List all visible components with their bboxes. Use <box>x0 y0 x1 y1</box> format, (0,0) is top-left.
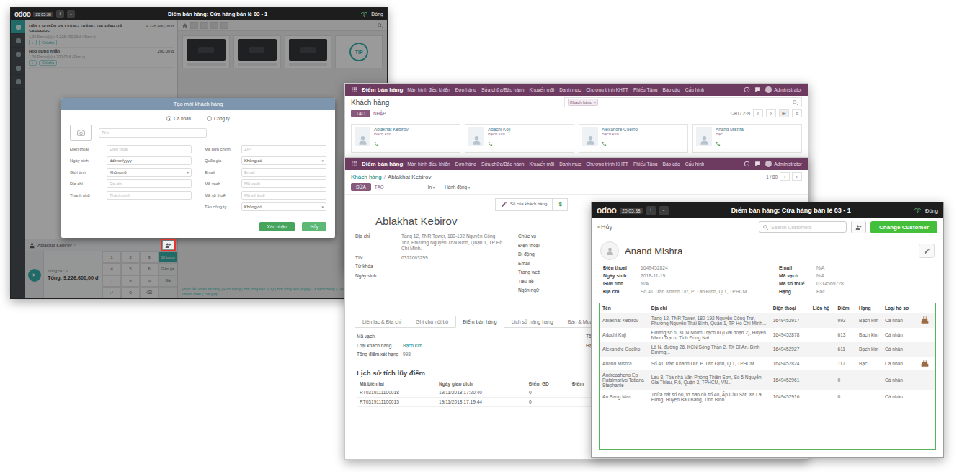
phone-icon[interactable] <box>374 137 409 150</box>
form-tab[interactable]: Ghi chú nội bộ <box>409 316 455 328</box>
field-value: 2018-11-19 <box>641 273 665 279</box>
customer-search-box[interactable] <box>759 221 847 233</box>
close-session-button[interactable]: Đóng <box>925 208 938 214</box>
wifi-icon <box>360 11 368 18</box>
form-tab[interactable]: Liên lạc & Địa chỉ <box>355 316 409 328</box>
action-menu[interactable]: Hành động ▾ <box>445 184 470 190</box>
activities-icon[interactable] <box>744 161 750 167</box>
top-menu-item[interactable]: Chương trình KHTT <box>586 161 628 166</box>
customer-search-input[interactable] <box>771 225 843 230</box>
back-button[interactable]: «Hủy <box>597 223 612 231</box>
top-menu-item[interactable]: Đơn hàng <box>455 87 476 92</box>
top-menu-item[interactable]: Báo cáo <box>663 161 680 166</box>
top-menu-item[interactable]: Đơn hàng <box>455 161 476 166</box>
customer-row[interactable]: An Sang ManThửa đất số 60, tờ bản đồ số … <box>600 390 935 404</box>
phone-icon[interactable] <box>602 137 638 150</box>
field-input[interactable] <box>241 179 326 188</box>
field-select[interactable]: Không có▾ <box>241 202 326 211</box>
cancel-button[interactable]: Hủy <box>302 222 326 231</box>
zoom-in-button[interactable]: + <box>56 10 64 18</box>
user-menu[interactable]: Administrator <box>765 161 802 167</box>
user-menu[interactable]: Administrator <box>765 86 802 93</box>
column-header: Hạng <box>856 303 882 313</box>
kanban-card[interactable]: Anand MishraBạc <box>692 124 802 153</box>
list-view-button[interactable]: ≡ <box>792 109 802 117</box>
modal-title: Tạo mới khách hàng <box>61 98 335 110</box>
field-input[interactable] <box>107 179 192 188</box>
sales-stat-button[interactable]: $ <box>553 198 567 211</box>
messages-icon[interactable] <box>754 86 761 93</box>
app-name[interactable]: Điểm bán hàng <box>362 161 403 167</box>
activities-icon[interactable] <box>744 86 750 93</box>
apps-menu-icon[interactable] <box>351 161 357 167</box>
pager-prev-button[interactable]: ‹ <box>753 109 763 117</box>
pager-next-button[interactable]: › <box>792 172 802 181</box>
add-customer-icon[interactable] <box>163 241 174 249</box>
print-menu[interactable]: In ▾ <box>428 184 435 190</box>
top-menu-item[interactable]: Phiếu Tặng <box>633 87 658 92</box>
radio-company[interactable]: Công ty <box>207 116 230 121</box>
close-session-button[interactable]: Đóng <box>371 12 383 17</box>
field-label: Mã vạch <box>779 273 816 279</box>
field-input[interactable] <box>241 145 326 153</box>
top-menu-item[interactable]: Khuyến mãi <box>529 87 554 92</box>
top-menu-item[interactable]: Phiếu Tặng <box>633 161 658 166</box>
search-icon[interactable] <box>792 99 798 106</box>
remove-facet-icon[interactable]: × <box>594 100 596 104</box>
zoom-out-button[interactable]: - <box>67 10 75 18</box>
top-menu-item[interactable]: Cấu hình <box>685 161 705 166</box>
name-input[interactable] <box>99 128 207 138</box>
import-button[interactable]: NHẬP <box>373 111 386 116</box>
create-button[interactable]: TẠO <box>351 110 370 117</box>
phone-icon[interactable] <box>716 137 744 150</box>
top-menu-item[interactable]: Báo cáo <box>663 87 680 92</box>
customer-row[interactable]: Ablakhat KebirovTầng 12, TNR Tower, 180-… <box>600 313 935 328</box>
form-tab[interactable]: Điểm bán hàng <box>455 316 504 328</box>
top-menu-item[interactable]: Danh mục <box>559 87 581 92</box>
customer-row[interactable]: Andreasheno Ep Ratsimarivo Tatiana Steph… <box>600 370 935 390</box>
zoom-in-button[interactable]: + <box>646 206 656 215</box>
breadcrumb-parent[interactable]: Khách hàng <box>351 174 382 180</box>
customer-row[interactable]: Adachi KojiĐường số 6, KCN Nhơn Trạch II… <box>600 328 935 342</box>
field-value[interactable]: Bạch kim <box>403 343 422 349</box>
kanban-view-button[interactable]: ⊞ <box>779 109 789 117</box>
kanban-card[interactable]: Adachi KojiBạch kim <box>465 124 574 153</box>
edit-customer-button[interactable] <box>919 244 935 258</box>
kanban-card[interactable]: Alexandre CoelhoBạch kim <box>579 124 688 153</box>
new-customer-button[interactable] <box>851 221 866 233</box>
field-input[interactable] <box>107 191 192 200</box>
app-name[interactable]: Điểm bán hàng <box>362 86 403 93</box>
top-menu-item[interactable]: Màn hình điều khiển <box>407 87 450 92</box>
top-menu-item[interactable]: Cấu hình <box>685 87 705 92</box>
radio-individual[interactable]: Cá nhân <box>166 116 191 121</box>
top-menu-item[interactable]: Khuyến mãi <box>529 161 554 166</box>
field-input[interactable] <box>241 168 326 177</box>
pager-prev-button[interactable]: ‹ <box>780 172 790 181</box>
confirm-button[interactable]: Xác nhận <box>259 222 295 231</box>
pager-next-button[interactable]: › <box>766 109 776 117</box>
customer-row[interactable]: Anand MishraSố 41 Trần Khánh Dư, P. Tân … <box>600 357 935 370</box>
top-menu-item[interactable]: Màn hình điều khiển <box>407 161 450 166</box>
field-input[interactable] <box>107 156 192 165</box>
change-customer-button[interactable]: Change Customer <box>870 221 937 233</box>
field-input[interactable] <box>107 145 192 153</box>
edit-button[interactable]: SỬA <box>351 183 371 191</box>
search-box[interactable]: Khách hàng× <box>564 97 802 107</box>
create-button[interactable]: TẠO <box>375 184 384 190</box>
apps-menu-icon[interactable] <box>351 86 357 93</box>
top-menu-item[interactable]: Chương trình KHTT <box>586 87 628 92</box>
phone-icon[interactable] <box>488 137 511 150</box>
messages-icon[interactable] <box>754 161 761 167</box>
form-tab[interactable]: Lịch sử nâng hạng <box>504 316 561 328</box>
top-menu-item[interactable]: Danh mục <box>559 161 581 166</box>
zoom-out-button[interactable]: - <box>659 206 669 215</box>
camera-icon[interactable] <box>70 125 92 141</box>
kanban-card[interactable]: Ablakhat KebirovBạch kim <box>351 124 460 153</box>
customer-book-stat-button[interactable]: Số của khách hàng <box>495 198 553 211</box>
top-menu-item[interactable]: Sửa chữa/Bảo hành <box>481 161 524 166</box>
top-menu-item[interactable]: Sửa chữa/Bảo hành <box>481 87 524 92</box>
field-select[interactable]: Không có▾ <box>241 156 326 165</box>
field-input[interactable] <box>241 191 326 200</box>
customer-row[interactable]: Alexandre CoelhoLô N, đường 26, KCN Sóng… <box>600 342 935 357</box>
field-select[interactable]: Không rõ▾ <box>107 168 192 177</box>
